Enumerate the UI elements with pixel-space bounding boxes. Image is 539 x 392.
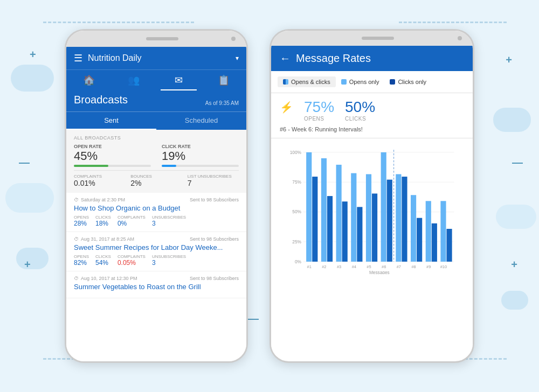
- broadcast-item-3: ⏱ Aug 10, 2017 at 12:30 PM Sent to 98 Su…: [66, 271, 246, 298]
- nav-tab-home[interactable]: 🏠: [66, 70, 112, 90]
- svg-text:#2: #2: [322, 264, 326, 269]
- small-stats-row: COMPLAINTS 0.01% BOUNCES 2% LIST UNSUBSC…: [74, 170, 239, 187]
- broadcast-item-2: ⏱ Aug 31, 2017 at 8:25 AM Sent to 98 Sub…: [66, 232, 246, 271]
- broadcast-stats-1: OPENS28% CLICKS18% COMPLAINTS0% UNSUBSCR…: [74, 215, 239, 227]
- broadcast-sent-1: Sent to 98 Subscribers: [190, 197, 239, 202]
- msg-rates-title: Message Rates: [296, 52, 371, 65]
- phone-notch-left: [66, 31, 246, 47]
- list-unsubs-block: LIST UNSUBSCRIBES 7: [188, 174, 239, 187]
- svg-text:0%: 0%: [295, 259, 302, 264]
- svg-rect-12: [312, 177, 317, 262]
- bar-chart: 100% 75% 50% 25% 0%: [277, 145, 467, 274]
- broadcasts-time: As of 9:35 AM: [205, 100, 239, 106]
- broadcast-meta-3: ⏱ Aug 10, 2017 at 12:30 PM Sent to 98 Su…: [74, 276, 239, 281]
- list-unsubs-value: 7: [188, 179, 239, 187]
- svg-rect-14: [327, 196, 333, 262]
- phone-camera-right: [458, 36, 462, 40]
- broadcast-subject-1[interactable]: How to Shop Organic on a Budget: [74, 204, 239, 212]
- msg-rates-header: ← Message Rates: [271, 46, 473, 71]
- click-rate-bar-fill: [162, 165, 176, 167]
- broadcast-subject-3[interactable]: Summer Vegetables to Roast on the Grill: [74, 283, 239, 291]
- broadcast-meta-2: ⏱ Aug 31, 2017 at 8:25 AM Sent to 98 Sub…: [74, 236, 239, 242]
- filter-tab-opens-only[interactable]: Opens only: [336, 76, 385, 87]
- clicks-big-value: 50%: [345, 99, 375, 116]
- svg-text:100%: 100%: [290, 150, 302, 155]
- click-rate-block: CLICK RATE 19%: [162, 144, 239, 167]
- stats-section: ALL BROADCASTS OPEN RATE 45% CLICK RATE …: [66, 130, 246, 193]
- svg-text:#9: #9: [426, 264, 431, 269]
- broadcast-sent-2: Sent to 98 Subscribers: [190, 236, 239, 242]
- svg-rect-29: [440, 201, 446, 262]
- svg-text:#5: #5: [367, 264, 371, 269]
- svg-rect-13: [321, 158, 327, 262]
- nav-tab-forms[interactable]: 📋: [202, 70, 247, 90]
- stats-section-label: ALL BROADCASTS: [74, 135, 239, 141]
- dropdown-arrow-icon[interactable]: ▾: [236, 54, 239, 62]
- big-stats: ⚡ 75% OPENS 50% CLICKS: [271, 93, 473, 125]
- click-rate-label: CLICK RATE: [162, 144, 239, 149]
- svg-rect-16: [342, 201, 348, 262]
- filter-tab-clicks-only[interactable]: Clicks only: [384, 76, 432, 87]
- back-arrow-icon[interactable]: ←: [280, 52, 291, 65]
- complaints-block: COMPLAINTS 0.01%: [74, 174, 125, 187]
- svg-rect-30: [446, 229, 452, 262]
- svg-rect-20: [372, 193, 377, 261]
- svg-rect-15: [336, 165, 342, 262]
- open-rate-value: 45%: [74, 149, 151, 163]
- chart-container: 100% 75% 50% 25% 0%: [271, 138, 473, 360]
- svg-rect-21: [381, 152, 386, 262]
- clicks-big-stat: 50% CLICKS: [345, 99, 375, 122]
- list-unsubs-label: LIST UNSUBSCRIBES: [188, 174, 239, 179]
- opens-big-value: 75%: [304, 99, 334, 116]
- broadcast-subject-2[interactable]: Sweet Summer Recipes for Labor Day Weeke…: [74, 243, 239, 251]
- broadcast-date-3: ⏱ Aug 10, 2017 at 12:30 PM: [74, 276, 137, 281]
- phone-notch-right: [271, 31, 473, 46]
- left-phone: ☰ Nutrition Daily ▾ 🏠 👥 ✉ 📋 Broadcasts A…: [65, 29, 248, 363]
- filter-dot-dark: [390, 79, 395, 85]
- broadcast-sent-3: Sent to 98 Subscribers: [190, 276, 239, 281]
- phone-speaker-left: [146, 37, 178, 40]
- broadcast-highlight: #6 - Week 6: Running Intervals!: [271, 125, 473, 138]
- filter-tabs: Opens & clicks Opens only Clicks only: [271, 71, 473, 93]
- svg-rect-25: [411, 195, 416, 262]
- broadcasts-title: Broadcasts: [74, 94, 128, 106]
- svg-text:25%: 25%: [292, 239, 301, 244]
- hamburger-icon[interactable]: ☰: [74, 52, 82, 64]
- svg-text:#6: #6: [382, 264, 386, 269]
- svg-text:#7: #7: [397, 264, 401, 269]
- tab-scheduled[interactable]: Scheduled: [156, 112, 246, 130]
- complaints-label: COMPLAINTS: [74, 174, 125, 179]
- right-phone: ← Message Rates Opens & clicks Opens onl…: [270, 29, 474, 363]
- bounces-value: 2%: [130, 179, 182, 187]
- svg-rect-28: [432, 223, 437, 262]
- click-rate-bar: [162, 165, 239, 167]
- nav-tab-broadcasts[interactable]: ✉: [156, 70, 202, 90]
- svg-text:#8: #8: [411, 264, 416, 269]
- bounces-block: BOUNCES 2%: [130, 174, 182, 187]
- svg-text:75%: 75%: [292, 179, 301, 185]
- broadcast-stats-2: OPENS82% CLICKS54% COMPLAINTS0.05% UNSUB…: [74, 254, 239, 267]
- nav-tab-contacts[interactable]: 👥: [112, 70, 157, 90]
- open-rate-block: OPEN RATE 45%: [74, 144, 151, 167]
- svg-text:#10: #10: [440, 264, 447, 269]
- clicks-big-label: CLICKS: [345, 116, 366, 122]
- open-rate-label: OPEN RATE: [74, 144, 151, 149]
- tab-sent[interactable]: Sent: [66, 112, 156, 130]
- svg-rect-24: [402, 177, 407, 262]
- app-title: Nutrition Daily: [88, 53, 230, 63]
- svg-rect-18: [357, 207, 362, 262]
- bounces-label: BOUNCES: [130, 174, 182, 179]
- svg-rect-27: [426, 201, 431, 262]
- nav-tabs: 🏠 👥 ✉ 📋: [66, 69, 246, 90]
- svg-text:#3: #3: [337, 264, 341, 269]
- lightning-icon: ⚡: [280, 101, 293, 114]
- svg-text:#4: #4: [352, 264, 356, 269]
- click-rate-value: 19%: [162, 149, 239, 163]
- opens-big-stat: 75% OPENS: [304, 99, 334, 122]
- broadcast-date-2: ⏱ Aug 31, 2017 at 8:25 AM: [74, 236, 134, 242]
- opens-big-label: OPENS: [304, 116, 324, 122]
- broadcast-item-1: ⏱ Saturday at 2:30 PM Sent to 98 Subscri…: [66, 193, 246, 232]
- broadcast-meta-1: ⏱ Saturday at 2:30 PM Sent to 98 Subscri…: [74, 197, 239, 202]
- svg-rect-23: [396, 174, 401, 261]
- filter-tab-opens-clicks[interactable]: Opens & clicks: [278, 76, 336, 87]
